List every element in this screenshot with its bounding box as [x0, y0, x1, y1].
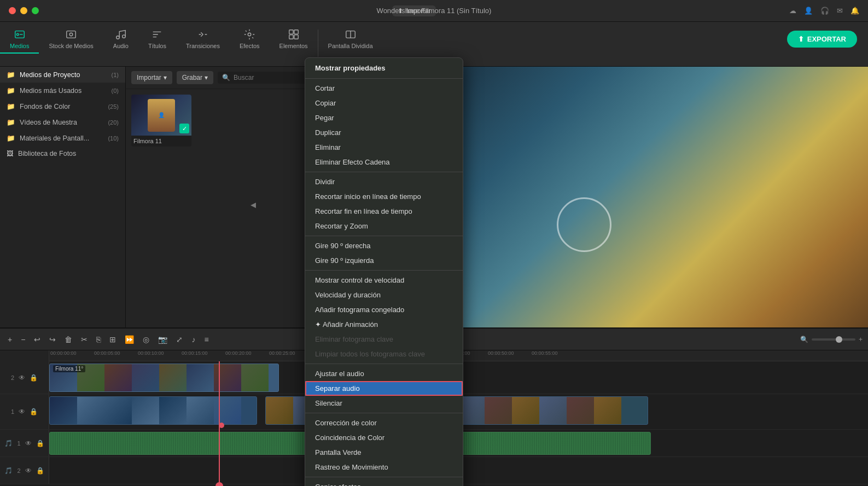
- record-button[interactable]: Grabar ▾: [177, 71, 213, 84]
- clipmain6: [187, 397, 214, 424]
- cm-copiar-efectos[interactable]: Copiar efectos: [305, 479, 463, 486]
- video-clip-filmora[interactable]: Filmora 11°: [49, 364, 279, 392]
- delete-button[interactable]: 🗑: [62, 333, 74, 346]
- undo-button[interactable]: ↩: [32, 333, 43, 346]
- close-button[interactable]: [9, 7, 16, 14]
- cf7: [214, 364, 241, 391]
- cm-duplicar[interactable]: Duplicar: [305, 125, 463, 140]
- cm-recortar-inicio[interactable]: Recortar inicio en línea de tiempo: [305, 189, 463, 204]
- cm-mostrar-propiedades[interactable]: Mostrar propiedades: [305, 60, 463, 76]
- cm-gire-izquierda[interactable]: Gire 90 º izquierda: [305, 253, 463, 268]
- sidebar-item-medios-usados[interactable]: 📁 Medios más Usados (0): [0, 83, 125, 98]
- lock-icon-v1[interactable]: 🔒: [30, 408, 38, 415]
- cm-eliminar[interactable]: Eliminar: [305, 140, 463, 155]
- toolbar-elementos[interactable]: Elementos: [270, 25, 318, 54]
- speed-button[interactable]: ⏩: [123, 333, 136, 346]
- cm-separar-audio[interactable]: Separar audio: [305, 381, 463, 396]
- toolbar-stock-label: Stock de Medios: [49, 43, 93, 49]
- toolbar-pantalla[interactable]: Pantalla Dividida: [318, 25, 383, 54]
- redo-button[interactable]: ↪: [47, 333, 58, 346]
- cm-sep-7: [305, 477, 463, 477]
- toolbar-efectos[interactable]: Efectos: [230, 25, 270, 54]
- eye-icon-a2[interactable]: 👁: [25, 467, 32, 475]
- search-icon: 🔍: [222, 74, 230, 81]
- sidebar-item-fondos-color[interactable]: 📁 Fondos de Color (25): [0, 98, 125, 114]
- sidebar-item-medios-proyecto[interactable]: 📁 Medios de Proyecto (1): [0, 67, 125, 83]
- folder-icon: 📁: [7, 71, 15, 79]
- cm-sep-1: [305, 78, 463, 79]
- cm-animacion[interactable]: ✦ Añadir Animación: [305, 317, 463, 332]
- ruler-label-1: 00:00:05:00: [93, 350, 137, 361]
- clipr11: [539, 397, 567, 424]
- add-track-button[interactable]: +: [5, 333, 14, 346]
- cm-velocidad-control[interactable]: Mostrar control de velocidad: [305, 273, 463, 288]
- cut-button[interactable]: ✂: [79, 333, 90, 346]
- cloud-icon[interactable]: ☁: [789, 7, 796, 15]
- cf6: [187, 364, 214, 391]
- mail-icon[interactable]: ✉: [837, 7, 843, 15]
- cm-copiar[interactable]: Copiar: [305, 96, 463, 110]
- cm-cortar[interactable]: Cortar: [305, 81, 463, 96]
- zoom-in-icon[interactable]: +: [859, 336, 863, 343]
- cm-eliminar-fotograma[interactable]: Eliminar fotograma clave: [305, 332, 463, 347]
- snap-button[interactable]: ⊞: [107, 333, 118, 346]
- cm-rastreo[interactable]: Rastreo de Movimiento: [305, 460, 463, 475]
- collapse-sidebar-button[interactable]: ◀: [251, 201, 256, 209]
- toolbar-titulos-label: Títulos: [148, 43, 166, 49]
- eye-icon-v1[interactable]: 👁: [19, 408, 25, 415]
- folder-icon-3: 📁: [7, 102, 15, 110]
- cm-pantalla-verde[interactable]: Pantalla Verde: [305, 445, 463, 460]
- sidebar-item-materiales[interactable]: 📁 Materiales de Pantall... (10): [0, 130, 125, 146]
- toolbar-titulos[interactable]: Títulos: [138, 25, 176, 54]
- clipmain1: [50, 397, 77, 424]
- minimize-button[interactable]: [20, 7, 27, 14]
- sidebar-item-videos-muestra[interactable]: 📁 Vídeos de Muestra (20): [0, 114, 125, 130]
- sidebar-fondos-label: Fondos de Color: [20, 103, 70, 110]
- toolbar-stock[interactable]: Stock de Medios: [39, 25, 103, 54]
- cm-gire-derecha[interactable]: Gire 90 º derecha: [305, 238, 463, 253]
- cf3: [104, 364, 132, 391]
- camera-timeline-button[interactable]: 📷: [156, 333, 170, 346]
- ruler-label-10: 00:00:50:00: [487, 350, 531, 361]
- remove-track-button[interactable]: −: [19, 333, 27, 346]
- media-thumb-filmora[interactable]: 👤 ✓ Filmora 11: [131, 95, 191, 147]
- toolbar-medios[interactable]: Medios: [0, 25, 39, 54]
- eye-icon-a1[interactable]: 👁: [25, 440, 32, 447]
- resize-button[interactable]: ⤢: [174, 333, 185, 346]
- cm-silenciar[interactable]: Silenciar: [305, 396, 463, 411]
- lock-icon-a1[interactable]: 🔒: [36, 440, 44, 447]
- cm-coincidencia-color[interactable]: Coincidencia de Color: [305, 430, 463, 445]
- account-icon[interactable]: 👤: [804, 7, 813, 15]
- toolbar-transiciones[interactable]: Transiciones: [176, 25, 230, 54]
- cm-fotograma-congelado[interactable]: Añadir fotograma congelado: [305, 302, 463, 317]
- export-button[interactable]: ⬆ EXPORTAR: [787, 31, 857, 48]
- lock-icon-a2[interactable]: 🔒: [36, 467, 44, 475]
- import-button[interactable]: Importar ▾: [131, 71, 172, 84]
- cm-sep-4: [305, 270, 463, 271]
- headphone-icon[interactable]: 🎧: [820, 7, 829, 15]
- zoom-thumb: [836, 336, 842, 343]
- lock-icon-v2[interactable]: 🔒: [30, 374, 38, 382]
- notification-icon[interactable]: 🔔: [850, 7, 859, 15]
- sidebar-item-biblioteca[interactable]: 🖼 Biblioteca de Fotos: [0, 146, 125, 161]
- audio-timeline-button[interactable]: ♪: [189, 333, 197, 346]
- cm-eliminar-cadena[interactable]: Eliminar Efecto Cadena: [305, 155, 463, 169]
- cm-dividir[interactable]: Dividir: [305, 174, 463, 189]
- cm-velocidad-duracion[interactable]: Velocidad y duración: [305, 288, 463, 302]
- eye-icon-v2[interactable]: 👁: [19, 374, 25, 382]
- cm-ajustar-audio[interactable]: Ajustar el audio: [305, 366, 463, 381]
- clipr12: [567, 397, 594, 424]
- zoom-out-icon[interactable]: 🔍: [800, 336, 808, 343]
- cm-correccion-color[interactable]: Corrección de color: [305, 415, 463, 430]
- copy-timeline-button[interactable]: ⎘: [94, 333, 103, 346]
- maximize-button[interactable]: [32, 7, 39, 14]
- video-clip-main-left[interactable]: [49, 396, 257, 425]
- settings-timeline-button[interactable]: ≡: [202, 333, 211, 346]
- motion-button[interactable]: ◎: [141, 333, 152, 346]
- cm-limpiar-fotogramas[interactable]: Limpiar todos los fotogramas clave: [305, 347, 463, 361]
- toolbar-audio[interactable]: Audio: [103, 25, 138, 54]
- cm-pegar[interactable]: Pegar: [305, 110, 463, 125]
- cm-recortar-fin[interactable]: Recortar fin en línea de tiempo: [305, 204, 463, 219]
- cm-recortar-zoom[interactable]: Recortar y Zoom: [305, 219, 463, 233]
- zoom-slider[interactable]: [812, 338, 855, 341]
